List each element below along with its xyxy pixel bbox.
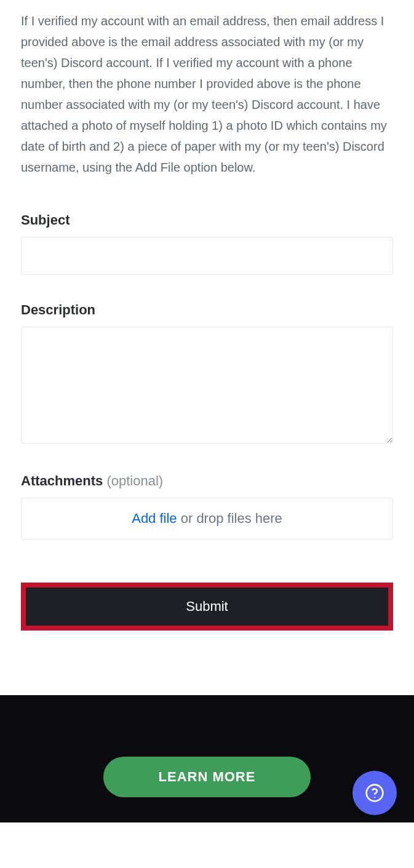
attachments-label-text: Attachments: [21, 473, 103, 488]
subject-label: Subject: [21, 212, 393, 228]
svg-point-1: [374, 797, 375, 798]
verification-statement: If I verified my account with an email a…: [21, 10, 393, 178]
attachments-optional-text: (optional): [106, 473, 163, 488]
description-field-group: Description: [21, 302, 393, 446]
help-icon: [365, 783, 384, 803]
learn-more-button[interactable]: LEARN MORE: [103, 757, 311, 797]
drop-files-text: or drop files here: [177, 511, 282, 526]
page-footer: LEARN MORE: [0, 695, 414, 822]
help-fab-button[interactable]: [352, 771, 397, 815]
attachments-field-group: Attachments (optional) Add file or drop …: [21, 473, 393, 540]
attachments-label: Attachments (optional): [21, 473, 393, 489]
add-file-link[interactable]: Add file: [132, 511, 177, 526]
description-label: Description: [21, 302, 393, 318]
svg-point-0: [367, 785, 383, 802]
description-input[interactable]: [21, 327, 393, 444]
subject-input[interactable]: [21, 237, 393, 275]
submit-button[interactable]: Submit: [26, 587, 388, 626]
attachments-dropzone[interactable]: Add file or drop files here: [21, 498, 393, 540]
submit-highlight-border: Submit: [21, 583, 393, 631]
subject-field-group: Subject: [21, 212, 393, 275]
